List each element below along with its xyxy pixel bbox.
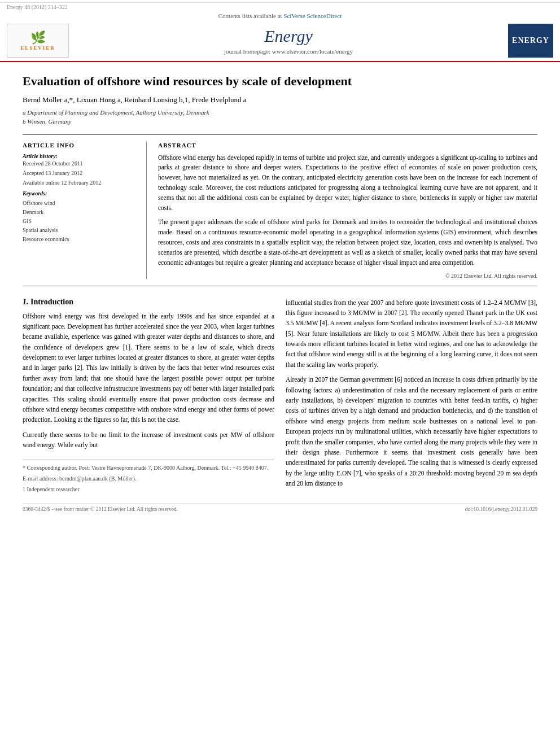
body-right-text: influential studies from the year 2007 a…	[286, 298, 537, 489]
body-right-para-1: influential studies from the year 2007 a…	[286, 298, 537, 370]
journal-header: Energy 48 (2012) 314–322 Contents lists …	[0, 0, 560, 62]
keyword-5: Resource economics	[23, 235, 137, 244]
info-abstract-section: ARTICLE INFO Article history: Received 2…	[23, 134, 537, 286]
body-content: 1. Introduction Offshore wind energy was…	[23, 298, 537, 496]
article-title: Evaluation of offshore wind resources by…	[23, 73, 537, 90]
elsevier-graphic: 🌿	[30, 30, 46, 45]
main-content: Evaluation of offshore wind resources by…	[0, 62, 560, 523]
available-online-date: Available online 12 February 2012	[23, 180, 137, 186]
journal-title: Energy	[69, 27, 508, 46]
abstract-text: Offshore wind energy has developed rapid…	[158, 153, 537, 268]
journal-homepage: journal homepage: www.elsevier.com/locat…	[69, 48, 508, 55]
contents-list-text: Contents lists available at	[218, 12, 282, 19]
article-info-heading: ARTICLE INFO	[23, 142, 137, 148]
email-label: E-mail address:	[23, 475, 58, 482]
footnote-corresponding: * Corresponding author. Post: Vestre Hav…	[23, 464, 274, 472]
affiliations: a Department of Planning and Development…	[23, 108, 537, 126]
volume-bar: Energy 48 (2012) 314–322	[0, 2, 560, 11]
abstract-para-1: Offshore wind energy has developed rapid…	[158, 153, 537, 213]
keywords-list: Offshore wind Denmark GIS Spatial analys…	[23, 199, 137, 244]
body-left-column: 1. Introduction Offshore wind energy was…	[23, 298, 274, 496]
email-address: berndm@plan.aau.dk (B. Möller).	[59, 475, 136, 482]
body-right-column: influential studies from the year 2007 a…	[286, 298, 537, 496]
elsevier-wordmark: ELSEVIER	[20, 45, 55, 51]
affiliation-a: a Department of Planning and Development…	[23, 108, 537, 117]
journal-volume: Energy 48 (2012) 314–322	[7, 4, 68, 10]
keyword-3: GIS	[23, 217, 137, 226]
abstract-heading: ABSTRACT	[158, 142, 537, 148]
footnote-1: 1 Independent researcher	[23, 485, 274, 493]
body-left-para-2: Currently there seems to be no limit to …	[23, 430, 274, 451]
footer-doi: doi:10.1016/j.energy.2012.01.029	[465, 506, 537, 512]
journal-banner: 🌿 ELSEVIER Energy journal homepage: www.…	[0, 20, 560, 61]
keywords-label: Keywords:	[23, 190, 137, 196]
affiliation-b: b Winsen, Germany	[23, 117, 537, 126]
abstract-column: ABSTRACT Offshore wind energy has develo…	[158, 142, 537, 279]
energy-logo-text: ENERGY	[512, 36, 549, 45]
authors-text: Bernd Möller a,*, Lixuan Hong a, Reinhar…	[23, 95, 246, 104]
article-info-column: ARTICLE INFO Article history: Received 2…	[23, 142, 147, 279]
received-date: Received 28 October 2011	[23, 160, 137, 167]
body-left-text: Offshore wind energy was first developed…	[23, 311, 274, 451]
section1-number: 1.	[23, 298, 30, 306]
top-bar: Contents lists available at SciVerse Sci…	[0, 11, 560, 20]
copyright-line: © 2012 Elsevier Ltd. All rights reserved…	[158, 273, 537, 279]
footer-issn: 0360-5442/$ – see front matter © 2012 El…	[23, 506, 178, 512]
body-right-para-2: Already in 2007 the German government [6…	[286, 374, 537, 488]
abstract-para-2: The present paper addresses the scale of…	[158, 217, 537, 268]
section1-label: Introduction	[30, 298, 73, 306]
footer-bar: 0360-5442/$ – see front matter © 2012 El…	[23, 504, 537, 512]
footnote-email: E-mail address: berndm@plan.aau.dk (B. M…	[23, 474, 274, 483]
footnotes: * Corresponding author. Post: Vestre Hav…	[23, 460, 274, 493]
section1-title: 1. Introduction	[23, 298, 274, 307]
article-history-label: Article history:	[23, 153, 137, 159]
elsevier-logo: 🌿 ELSEVIER	[7, 24, 69, 58]
keyword-4: Spatial analysis	[23, 226, 137, 235]
journal-title-area: Energy journal homepage: www.elsevier.co…	[69, 27, 508, 55]
energy-logo-right: ENERGY	[508, 24, 553, 58]
body-left-para-1: Offshore wind energy was first developed…	[23, 311, 274, 425]
keyword-1: Offshore wind	[23, 199, 137, 208]
sciverse-link[interactable]: SciVerse ScienceDirect	[283, 12, 342, 19]
authors-line: Bernd Möller a,*, Lixuan Hong a, Reinhar…	[23, 95, 537, 104]
keyword-2: Denmark	[23, 208, 137, 217]
accepted-date: Accepted 13 January 2012	[23, 170, 137, 176]
